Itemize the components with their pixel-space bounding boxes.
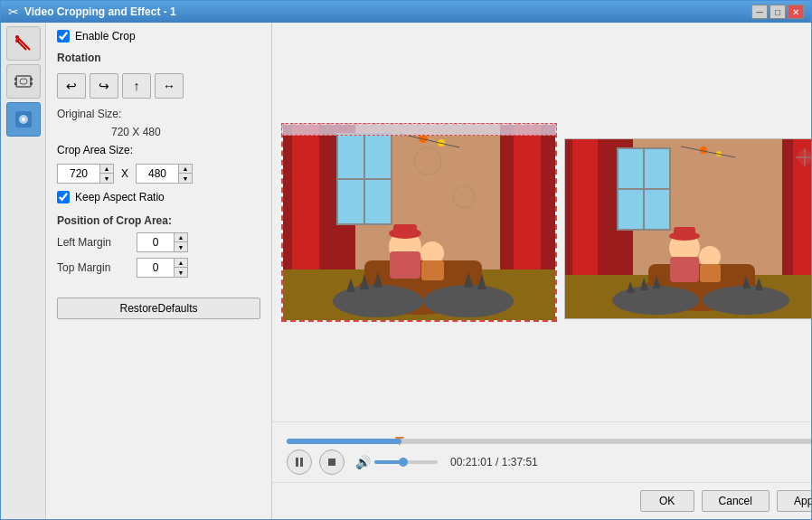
main-content: Enable Crop Rotation ↩ ↪ ↑ ↔ Original Si… — [1, 23, 811, 519]
minimize-button[interactable]: ─ — [751, 5, 768, 19]
pause-button[interactable] — [287, 449, 312, 475]
svg-rect-9 — [20, 79, 27, 84]
effect-tool-btn[interactable] — [6, 102, 41, 137]
volume-track[interactable] — [374, 460, 438, 464]
left-margin-down[interactable]: ▼ — [175, 242, 187, 251]
progress-bar-container — [283, 439, 811, 444]
volume-icon[interactable]: 🔊 — [355, 455, 371, 469]
svg-rect-5 — [14, 78, 17, 80]
crop-width-arrows: ▲ ▼ — [100, 164, 114, 184]
apply-button[interactable]: Apply — [777, 490, 811, 512]
bottom-buttons: OK Cancel Apply — [272, 482, 811, 519]
svg-point-2 — [15, 35, 19, 39]
crop-area-row: ▲ ▼ X ▲ ▼ — [57, 164, 260, 184]
flip-vertical-btn[interactable]: ↑ — [122, 73, 151, 99]
volume-knob[interactable] — [399, 458, 408, 467]
position-label: Position of Crop Area: — [57, 214, 260, 227]
original-size-row: Original Size: — [57, 108, 260, 120]
rotate-ccw-btn[interactable]: ↩ — [57, 73, 86, 99]
crop-area-label: Crop Area Size: — [57, 144, 133, 156]
left-margin-input[interactable] — [137, 232, 175, 252]
progress-fill — [287, 439, 401, 444]
svg-rect-56 — [670, 257, 699, 282]
titlebar-controls: ─ □ ✕ — [751, 5, 804, 19]
left-margin-up[interactable]: ▲ — [175, 233, 187, 242]
cancel-button[interactable]: Cancel — [702, 490, 770, 512]
svg-point-61 — [612, 286, 699, 315]
original-size-value: 720 X 480 — [111, 126, 161, 138]
keep-aspect-checkbox[interactable] — [57, 191, 70, 203]
original-scene-svg — [565, 139, 811, 319]
keep-aspect-row: Keep Aspect Ratio — [57, 191, 260, 203]
svg-point-12 — [22, 118, 25, 121]
window-title: Video Cropping and Effect - 1 — [24, 5, 176, 18]
top-margin-input[interactable] — [137, 258, 175, 278]
total-time: 1:37:51 — [502, 456, 538, 468]
restore-defaults-button[interactable]: RestoreDefaults — [57, 298, 260, 319]
rotation-buttons: ↩ ↪ ↑ ↔ — [57, 73, 260, 99]
main-window: ✂ Video Cropping and Effect - 1 ─ □ ✕ — [0, 0, 812, 520]
crop-width-down[interactable]: ▼ — [100, 174, 113, 183]
position-section: Position of Crop Area: Left Margin ▲ ▼ T… — [57, 214, 260, 278]
titlebar: ✂ Video Cropping and Effect - 1 ─ □ ✕ — [1, 1, 811, 23]
close-button[interactable]: ✕ — [788, 5, 804, 19]
crop-area-label-row: Crop Area Size: — [57, 144, 260, 156]
left-panel: Enable Crop Rotation ↩ ↪ ↑ ↔ Original Si… — [46, 23, 272, 519]
left-margin-arrows: ▲ ▼ — [175, 232, 188, 252]
maximize-button[interactable]: □ — [770, 5, 786, 19]
original-size-label: Original Size: — [57, 108, 121, 120]
svg-point-62 — [703, 286, 789, 315]
stop-button[interactable] — [319, 449, 345, 475]
top-margin-row: Top Margin ▲ ▼ — [57, 258, 260, 278]
svg-rect-4 — [16, 76, 31, 87]
svg-rect-8 — [30, 82, 33, 85]
film-tool-btn[interactable] — [6, 64, 41, 99]
keep-aspect-label[interactable]: Keep Aspect Ratio — [75, 191, 165, 203]
cropped-preview-wrapper — [281, 123, 557, 322]
crop-height-arrows: ▲ ▼ — [179, 164, 193, 184]
left-margin-spinbox: ▲ ▼ — [137, 232, 188, 252]
svg-point-3 — [15, 39, 19, 43]
ok-button[interactable]: OK — [640, 490, 694, 512]
volume-area: 🔊 — [355, 455, 438, 469]
original-preview — [564, 138, 811, 319]
flip-horizontal-btn[interactable]: ↔ — [155, 73, 184, 99]
video-previews — [272, 23, 811, 421]
svg-rect-75 — [300, 458, 303, 467]
cropped-scene-svg — [283, 125, 557, 322]
svg-rect-30 — [393, 224, 417, 237]
svg-rect-76 — [328, 459, 335, 466]
crop-height-input[interactable] — [136, 164, 179, 184]
crop-width-up[interactable]: ▲ — [100, 165, 113, 174]
icon-sidebar — [1, 23, 46, 519]
svg-point-34 — [423, 285, 514, 317]
crop-height-up[interactable]: ▲ — [179, 165, 192, 174]
controls-row: 🔊 00:21:01 / 1:37:51 — [283, 449, 811, 475]
crop-width-input[interactable] — [57, 164, 100, 184]
original-size-value-row: 720 X 480 — [57, 126, 260, 138]
left-margin-row: Left Margin ▲ ▼ — [57, 232, 260, 252]
svg-rect-6 — [14, 82, 17, 85]
top-margin-up[interactable]: ▲ — [175, 259, 187, 268]
time-display: 00:21:01 / 1:37:51 — [450, 456, 538, 468]
app-icon: ✂ — [8, 5, 19, 19]
top-margin-label: Top Margin — [57, 261, 129, 274]
progress-track[interactable] — [287, 439, 811, 444]
playback-controls: 🔊 00:21:01 / 1:37:51 — [272, 421, 811, 482]
crop-height-spinbox: ▲ ▼ — [136, 164, 193, 184]
svg-rect-28 — [390, 251, 420, 279]
rotate-cw-btn[interactable]: ↪ — [90, 73, 118, 99]
svg-rect-60 — [700, 264, 721, 282]
crop-top-overlay — [281, 123, 557, 136]
crop-x-label: X — [121, 167, 128, 180]
enable-crop-label[interactable]: Enable Crop — [75, 30, 136, 43]
scissors-tool-btn[interactable] — [6, 26, 41, 61]
preview-area: 🔊 00:21:01 / 1:37:51 OK Cancel Apply — [272, 23, 811, 519]
left-margin-label: Left Margin — [57, 236, 129, 249]
top-margin-spinbox: ▲ ▼ — [137, 258, 188, 278]
crop-height-down[interactable]: ▼ — [179, 174, 192, 183]
enable-crop-row: Enable Crop — [57, 30, 260, 43]
enable-crop-checkbox[interactable] — [57, 30, 70, 43]
top-margin-down[interactable]: ▼ — [175, 268, 187, 277]
top-margin-arrows: ▲ ▼ — [175, 258, 188, 278]
